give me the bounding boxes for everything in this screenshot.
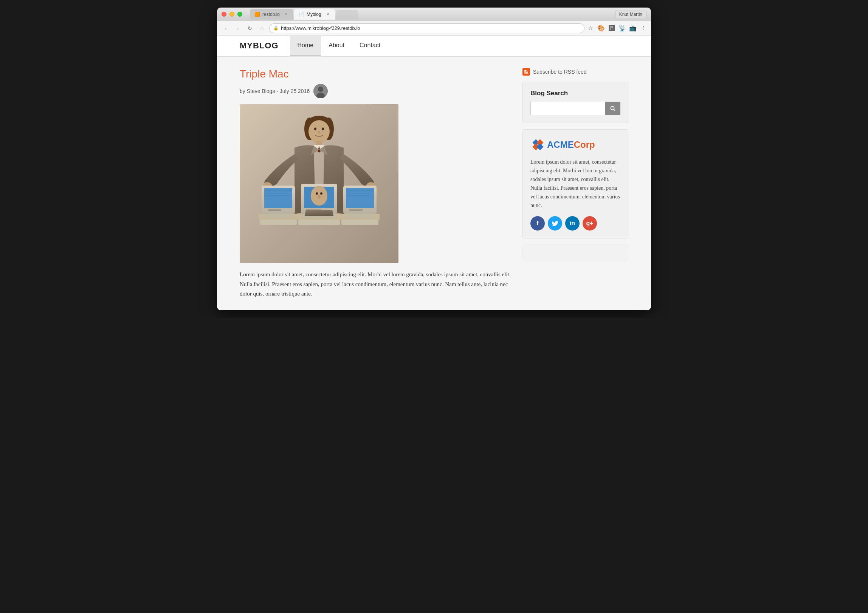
site-logo[interactable]: MYBLOG: [240, 41, 279, 51]
article-image-svg: [240, 104, 398, 263]
home-button[interactable]: ⌂: [257, 23, 267, 33]
extra-widget: [522, 245, 628, 260]
svg-point-11: [318, 131, 320, 134]
svg-rect-38: [347, 193, 370, 193]
browser-toolbar: ‹ › ↻ ⌂ 🔒 https://www.mikroblog-f229.res…: [217, 21, 651, 36]
svg-point-30: [320, 192, 322, 195]
address-bar[interactable]: 🔒 https://www.mikroblog-f229.restdb.io: [269, 23, 584, 33]
svg-rect-39: [347, 195, 371, 196]
tab-bar: 🟧 restdb.io ✕ 📄 Myblog ✕: [250, 9, 612, 20]
user-profile-button[interactable]: Knut Martin: [615, 11, 646, 18]
page-body: MYBLOG Home About Contact Triple Mac by …: [217, 36, 651, 310]
forward-button[interactable]: ›: [233, 23, 243, 33]
tab-close-myblog[interactable]: ✕: [325, 12, 330, 17]
minimize-button[interactable]: [229, 12, 234, 17]
article-body: Lorem ipsum dolor sit amet, consectetur …: [240, 270, 511, 299]
tab-restdb[interactable]: 🟧 restdb.io ✕: [250, 9, 293, 20]
svg-line-45: [614, 110, 615, 111]
tab-label-restdb: restdb.io: [262, 12, 280, 17]
svg-rect-23: [268, 209, 281, 211]
nav-contact[interactable]: Contact: [352, 35, 388, 56]
rss-icon: [522, 68, 530, 76]
svg-point-29: [316, 192, 318, 195]
tab-close-restdb[interactable]: ✕: [284, 12, 289, 17]
main-layout: Triple Mac by Steve Blogs - July 25 2016: [217, 57, 651, 310]
maximize-button[interactable]: [237, 12, 242, 17]
acme-diamond-icon: [530, 137, 546, 152]
tab-favicon-myblog: 📄: [299, 12, 304, 17]
search-widget: Blog Search: [522, 82, 628, 123]
search-widget-title: Blog Search: [530, 90, 620, 97]
svg-rect-41: [346, 214, 374, 218]
svg-point-10: [322, 128, 324, 130]
avatar-image: [313, 84, 328, 98]
search-row: [530, 102, 620, 115]
facebook-icon[interactable]: f: [530, 216, 545, 231]
svg-rect-22: [265, 195, 290, 196]
search-icon: [610, 106, 615, 111]
menu-icon[interactable]: ⋮: [640, 25, 647, 32]
author-avatar: [313, 84, 328, 98]
acme-text-part1: ACME: [547, 139, 574, 150]
acme-text-part2: Corp: [574, 139, 595, 150]
svg-rect-25: [260, 220, 297, 225]
twitter-icon[interactable]: [548, 216, 562, 231]
svg-rect-37: [347, 190, 373, 191]
site-header: MYBLOG Home About Contact: [217, 36, 651, 57]
acme-description: Lorem ipsum dolor sit amet, consectetur …: [530, 158, 620, 210]
nav-home[interactable]: Home: [290, 35, 321, 56]
nav-about[interactable]: About: [321, 35, 352, 56]
address-text: https://www.mikroblog-f229.restdb.io: [281, 25, 360, 31]
svg-point-44: [611, 107, 614, 110]
content-area: Triple Mac by Steve Blogs - July 25 2016: [240, 68, 511, 299]
acme-brand-name: ACMECorp: [547, 139, 595, 150]
rss-label: Subscribe to RSS feed: [533, 69, 587, 75]
lock-icon: 🔒: [273, 26, 279, 31]
tab-favicon-restdb: 🟧: [254, 12, 260, 17]
svg-point-43: [524, 72, 526, 74]
tab-myblog[interactable]: 📄 Myblog ✕: [294, 9, 335, 20]
rss-icon[interactable]: 📡: [618, 25, 626, 32]
rss-subscribe-link[interactable]: Subscribe to RSS feed: [522, 68, 628, 76]
article-meta: by Steve Blogs - July 25 2016: [240, 84, 511, 98]
linkedin-icon[interactable]: in: [565, 216, 580, 231]
browser-titlebar: 🟧 restdb.io ✕ 📄 Myblog ✕ Knut Martin: [217, 8, 651, 21]
svg-rect-24: [264, 214, 292, 218]
svg-point-1: [318, 87, 323, 92]
svg-rect-21: [265, 193, 288, 193]
sidebar: Subscribe to RSS feed Blog Search: [522, 68, 628, 299]
refresh-button[interactable]: ↻: [245, 23, 255, 33]
toolbar-icons: ☆ 🎨 🅿 📡 📺 ⋮: [587, 25, 647, 32]
article-author-date: by Steve Blogs - July 25 2016: [240, 88, 310, 94]
pocket-icon[interactable]: 🅿: [608, 25, 615, 32]
cast-icon[interactable]: 📺: [629, 25, 637, 32]
bookmark-star-icon[interactable]: ☆: [587, 25, 594, 32]
article-title: Triple Mac: [240, 68, 511, 80]
close-button[interactable]: [222, 12, 226, 17]
google-plus-icon[interactable]: g+: [583, 216, 597, 231]
acme-logo: ACMECorp: [530, 137, 620, 152]
svg-rect-20: [265, 190, 291, 191]
tab-label-myblog: Myblog: [307, 12, 321, 17]
svg-point-31: [318, 195, 321, 199]
twitter-bird-icon: [552, 220, 558, 227]
new-tab-placeholder: [336, 10, 358, 20]
svg-rect-34: [298, 220, 340, 225]
svg-rect-42: [341, 220, 378, 225]
search-button[interactable]: [605, 102, 620, 115]
back-button[interactable]: ‹: [221, 23, 231, 33]
color-wheel-icon[interactable]: 🎨: [597, 25, 605, 32]
social-icons: f in g+: [530, 216, 620, 231]
search-input[interactable]: [530, 102, 605, 115]
svg-point-9: [314, 128, 316, 130]
article-main-image: [240, 104, 398, 263]
acme-widget: ACMECorp Lorem ipsum dolor sit amet, con…: [522, 129, 628, 238]
svg-rect-40: [349, 209, 363, 211]
browser-window: 🟧 restdb.io ✕ 📄 Myblog ✕ Knut Martin ‹ ›…: [217, 8, 651, 310]
